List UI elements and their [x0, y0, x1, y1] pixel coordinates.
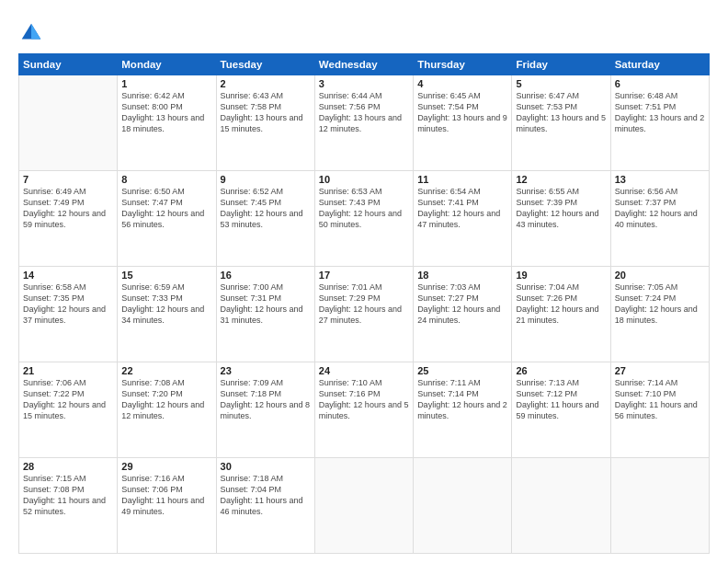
- calendar-cell: 15Sunrise: 6:59 AM Sunset: 7:33 PM Dayli…: [118, 267, 216, 362]
- day-number: 1: [121, 78, 211, 89]
- day-info: Sunrise: 7:10 AM Sunset: 7:16 PM Dayligh…: [319, 377, 409, 422]
- week-row: 21Sunrise: 7:06 AM Sunset: 7:22 PM Dayli…: [19, 362, 710, 458]
- page: SundayMondayTuesdayWednesdayThursdayFrid…: [0, 0, 728, 563]
- day-info: Sunrise: 6:56 AM Sunset: 7:37 PM Dayligh…: [615, 186, 705, 231]
- day-info: Sunrise: 6:58 AM Sunset: 7:35 PM Dayligh…: [23, 282, 113, 327]
- day-info: Sunrise: 6:48 AM Sunset: 7:51 PM Dayligh…: [615, 90, 705, 135]
- weekday-header: Tuesday: [216, 54, 314, 75]
- day-number: 20: [615, 270, 705, 281]
- day-info: Sunrise: 7:09 AM Sunset: 7:18 PM Dayligh…: [221, 377, 311, 422]
- calendar-cell: 7Sunrise: 6:49 AM Sunset: 7:49 PM Daylig…: [19, 171, 118, 267]
- day-info: Sunrise: 6:54 AM Sunset: 7:41 PM Dayligh…: [417, 186, 507, 231]
- calendar-cell: 25Sunrise: 7:11 AM Sunset: 7:14 PM Dayli…: [414, 362, 512, 458]
- calendar-cell: 5Sunrise: 6:47 AM Sunset: 7:53 PM Daylig…: [512, 75, 610, 171]
- weekday-header: Thursday: [414, 54, 512, 75]
- calendar-cell: 13Sunrise: 6:56 AM Sunset: 7:37 PM Dayli…: [610, 171, 709, 267]
- day-info: Sunrise: 7:15 AM Sunset: 7:08 PM Dayligh…: [23, 473, 113, 518]
- day-number: 25: [417, 365, 507, 376]
- calendar-cell: 29Sunrise: 7:16 AM Sunset: 7:06 PM Dayli…: [118, 458, 216, 554]
- day-info: Sunrise: 7:18 AM Sunset: 7:04 PM Dayligh…: [221, 473, 311, 518]
- svg-marker-1: [31, 24, 40, 40]
- calendar-cell: 16Sunrise: 7:00 AM Sunset: 7:31 PM Dayli…: [216, 267, 314, 362]
- calendar-cell: 11Sunrise: 6:54 AM Sunset: 7:41 PM Dayli…: [414, 171, 512, 267]
- weekday-header: Monday: [118, 54, 216, 75]
- calendar-cell: 23Sunrise: 7:09 AM Sunset: 7:18 PM Dayli…: [216, 362, 314, 458]
- weekday-header: Sunday: [19, 54, 118, 75]
- day-info: Sunrise: 6:44 AM Sunset: 7:56 PM Dayligh…: [319, 90, 409, 135]
- day-number: 15: [121, 270, 211, 281]
- day-info: Sunrise: 7:06 AM Sunset: 7:22 PM Dayligh…: [23, 377, 113, 422]
- calendar-cell: [19, 75, 118, 171]
- day-number: 27: [615, 365, 705, 376]
- week-row: 7Sunrise: 6:49 AM Sunset: 7:49 PM Daylig…: [19, 171, 710, 267]
- calendar-cell: [414, 458, 512, 554]
- day-number: 4: [417, 78, 507, 89]
- day-number: 16: [221, 270, 311, 281]
- day-number: 5: [516, 78, 606, 89]
- calendar-cell: 17Sunrise: 7:01 AM Sunset: 7:29 PM Dayli…: [314, 267, 413, 362]
- day-number: 21: [23, 365, 113, 376]
- day-number: 30: [221, 461, 311, 472]
- calendar-header-row: SundayMondayTuesdayWednesdayThursdayFrid…: [19, 54, 710, 75]
- day-number: 12: [516, 174, 606, 185]
- day-info: Sunrise: 6:43 AM Sunset: 7:58 PM Dayligh…: [221, 90, 311, 135]
- calendar-cell: 8Sunrise: 6:50 AM Sunset: 7:47 PM Daylig…: [118, 171, 216, 267]
- day-number: 23: [221, 365, 311, 376]
- day-number: 8: [121, 174, 211, 185]
- day-info: Sunrise: 7:03 AM Sunset: 7:27 PM Dayligh…: [417, 282, 507, 327]
- day-number: 11: [417, 174, 507, 185]
- week-row: 1Sunrise: 6:42 AM Sunset: 8:00 PM Daylig…: [19, 75, 710, 171]
- day-number: 19: [516, 270, 606, 281]
- calendar-cell: 26Sunrise: 7:13 AM Sunset: 7:12 PM Dayli…: [512, 362, 610, 458]
- calendar-cell: 2Sunrise: 6:43 AM Sunset: 7:58 PM Daylig…: [216, 75, 314, 171]
- calendar-cell: 9Sunrise: 6:52 AM Sunset: 7:45 PM Daylig…: [216, 171, 314, 267]
- day-info: Sunrise: 6:50 AM Sunset: 7:47 PM Dayligh…: [121, 186, 211, 231]
- calendar-cell: 22Sunrise: 7:08 AM Sunset: 7:20 PM Dayli…: [118, 362, 216, 458]
- calendar-cell: 3Sunrise: 6:44 AM Sunset: 7:56 PM Daylig…: [314, 75, 413, 171]
- day-number: 14: [23, 270, 113, 281]
- day-info: Sunrise: 7:05 AM Sunset: 7:24 PM Dayligh…: [615, 282, 705, 327]
- day-info: Sunrise: 7:08 AM Sunset: 7:20 PM Dayligh…: [121, 377, 211, 422]
- calendar-cell: 4Sunrise: 6:45 AM Sunset: 7:54 PM Daylig…: [414, 75, 512, 171]
- calendar-cell: [512, 458, 610, 554]
- day-info: Sunrise: 6:59 AM Sunset: 7:33 PM Dayligh…: [121, 282, 211, 327]
- calendar-cell: 28Sunrise: 7:15 AM Sunset: 7:08 PM Dayli…: [19, 458, 118, 554]
- day-info: Sunrise: 6:45 AM Sunset: 7:54 PM Dayligh…: [417, 90, 507, 135]
- day-number: 6: [615, 78, 705, 89]
- day-info: Sunrise: 7:00 AM Sunset: 7:31 PM Dayligh…: [221, 282, 311, 327]
- day-number: 22: [121, 365, 211, 376]
- day-number: 24: [319, 365, 409, 376]
- week-row: 28Sunrise: 7:15 AM Sunset: 7:08 PM Dayli…: [19, 458, 710, 554]
- day-number: 29: [121, 461, 211, 472]
- day-number: 7: [23, 174, 113, 185]
- day-info: Sunrise: 6:42 AM Sunset: 8:00 PM Dayligh…: [121, 90, 211, 135]
- day-info: Sunrise: 7:13 AM Sunset: 7:12 PM Dayligh…: [516, 377, 606, 422]
- calendar-cell: 1Sunrise: 6:42 AM Sunset: 8:00 PM Daylig…: [118, 75, 216, 171]
- day-number: 26: [516, 365, 606, 376]
- weekday-header: Wednesday: [314, 54, 413, 75]
- weekday-header: Saturday: [610, 54, 709, 75]
- week-row: 14Sunrise: 6:58 AM Sunset: 7:35 PM Dayli…: [19, 267, 710, 362]
- day-number: 2: [221, 78, 311, 89]
- day-info: Sunrise: 7:11 AM Sunset: 7:14 PM Dayligh…: [417, 377, 507, 422]
- day-info: Sunrise: 6:47 AM Sunset: 7:53 PM Dayligh…: [516, 90, 606, 135]
- calendar-table: SundayMondayTuesdayWednesdayThursdayFrid…: [18, 53, 710, 554]
- day-info: Sunrise: 7:01 AM Sunset: 7:29 PM Dayligh…: [319, 282, 409, 327]
- day-info: Sunrise: 6:49 AM Sunset: 7:49 PM Dayligh…: [23, 186, 113, 231]
- day-info: Sunrise: 7:16 AM Sunset: 7:06 PM Dayligh…: [121, 473, 211, 518]
- header: [18, 17, 710, 46]
- calendar-cell: 30Sunrise: 7:18 AM Sunset: 7:04 PM Dayli…: [216, 458, 314, 554]
- day-number: 28: [23, 461, 113, 472]
- day-info: Sunrise: 7:04 AM Sunset: 7:26 PM Dayligh…: [516, 282, 606, 327]
- day-number: 10: [319, 174, 409, 185]
- calendar-cell: 27Sunrise: 7:14 AM Sunset: 7:10 PM Dayli…: [610, 362, 709, 458]
- calendar-cell: [314, 458, 413, 554]
- logo: [18, 20, 48, 46]
- calendar-cell: 19Sunrise: 7:04 AM Sunset: 7:26 PM Dayli…: [512, 267, 610, 362]
- calendar-cell: 12Sunrise: 6:55 AM Sunset: 7:39 PM Dayli…: [512, 171, 610, 267]
- day-number: 18: [417, 270, 507, 281]
- day-info: Sunrise: 6:55 AM Sunset: 7:39 PM Dayligh…: [516, 186, 606, 231]
- weekday-header: Friday: [512, 54, 610, 75]
- calendar-cell: 14Sunrise: 6:58 AM Sunset: 7:35 PM Dayli…: [19, 267, 118, 362]
- day-number: 3: [319, 78, 409, 89]
